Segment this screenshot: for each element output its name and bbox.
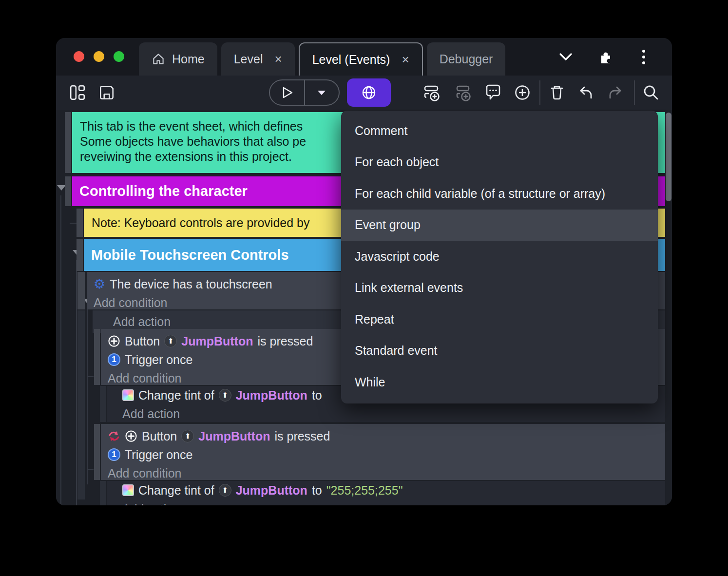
inverted-condition-icon bbox=[108, 430, 120, 442]
undo-icon[interactable] bbox=[576, 83, 596, 102]
close-tab-icon[interactable]: × bbox=[402, 53, 409, 66]
instance-name: JumpButton bbox=[181, 334, 253, 348]
tab-level-events[interactable]: Level (Events) × bbox=[299, 42, 423, 76]
action-margin-bar bbox=[100, 386, 106, 422]
title-bar: Home Level × Level (Events) × Debugger bbox=[56, 38, 672, 76]
preview-options-caret-icon[interactable] bbox=[305, 80, 339, 105]
tab-label: Level bbox=[234, 52, 263, 66]
group-title: Mobile Touchscreen Controls bbox=[91, 247, 289, 263]
toolbar-divider bbox=[634, 80, 635, 105]
condition-text: The device has a touchscreen bbox=[110, 277, 272, 291]
indent-guide bbox=[60, 195, 61, 505]
toolbar bbox=[56, 76, 672, 110]
tab-label: Debugger bbox=[440, 52, 493, 66]
indent-stub bbox=[87, 469, 94, 470]
trigger-once-icon: 1 bbox=[108, 448, 120, 461]
tab-label: Home bbox=[172, 52, 205, 66]
layout-view-icon[interactable] bbox=[68, 83, 87, 102]
comment-margin-bar bbox=[77, 209, 83, 237]
jumpbutton-sprite-icon: ⬆ bbox=[164, 335, 177, 347]
trigger-once-icon: 1 bbox=[108, 353, 120, 366]
menu-item-comment[interactable]: Comment bbox=[341, 115, 658, 147]
tab-level[interactable]: Level × bbox=[221, 42, 295, 76]
event-sheet: This tab is the event sheet, which defin… bbox=[56, 110, 672, 505]
add-condition-link[interactable]: Add condition bbox=[108, 464, 665, 480]
event-jumpbutton-pressed-2[interactable]: Button ⬆ JumpButton is pressed 1 Trigger… bbox=[101, 424, 665, 480]
menu-item-for-each-object[interactable]: For each object bbox=[341, 147, 658, 178]
condition-predicate: is pressed bbox=[274, 429, 330, 443]
add-subevent-icon[interactable] bbox=[453, 83, 473, 102]
tint-rainbow-icon bbox=[122, 389, 134, 401]
save-icon[interactable] bbox=[97, 83, 116, 102]
add-event-context-menu: Comment For each object For each child v… bbox=[341, 111, 658, 403]
condition-text: Trigger once bbox=[125, 353, 192, 367]
close-window-button[interactable] bbox=[74, 51, 84, 62]
jumpbutton-sprite-icon: ⬆ bbox=[219, 484, 231, 497]
add-event-icon[interactable] bbox=[422, 83, 442, 102]
instance-name: JumpButton bbox=[198, 429, 270, 443]
home-icon bbox=[152, 52, 165, 66]
tab-debugger[interactable]: Debugger bbox=[427, 42, 506, 76]
menu-item-link-external-events[interactable]: Link external events bbox=[341, 272, 658, 304]
redo-icon[interactable] bbox=[605, 83, 625, 102]
group-margin-bar bbox=[77, 310, 85, 499]
note-text: Note: Keyboard controls are provided by bbox=[92, 216, 309, 230]
button-object-icon bbox=[108, 335, 120, 347]
instance-name: JumpButton bbox=[236, 483, 307, 498]
addons-puzzle-icon[interactable] bbox=[596, 48, 613, 66]
add-action-link[interactable]: Add action bbox=[107, 499, 665, 505]
search-icon[interactable] bbox=[641, 83, 661, 102]
preview-browser-globe-button[interactable] bbox=[347, 78, 391, 107]
condition-text: Trigger once bbox=[125, 448, 192, 462]
indent-stub bbox=[70, 223, 77, 224]
event-2-actions: Change tint of ⬆ JumpButton to "255;255;… bbox=[107, 481, 665, 505]
tab-label: Level (Events) bbox=[312, 53, 390, 67]
event-margin-bar bbox=[94, 329, 100, 385]
indent-guide bbox=[76, 260, 77, 505]
condition-predicate: is pressed bbox=[257, 334, 313, 348]
jumpbutton-sprite-icon: ⬆ bbox=[181, 430, 194, 442]
group-title: Controlling the character bbox=[79, 183, 248, 199]
menu-item-event-group[interactable]: Event group bbox=[341, 210, 658, 241]
menu-item-standard-event[interactable]: Standard event bbox=[341, 335, 658, 367]
add-plus-circle-icon[interactable] bbox=[513, 83, 532, 102]
minimize-window-button[interactable] bbox=[94, 51, 104, 62]
tint-rainbow-icon bbox=[122, 484, 134, 496]
indent-stub bbox=[87, 376, 94, 377]
event-margin-bar bbox=[77, 272, 85, 309]
object-name: Button bbox=[125, 334, 160, 348]
group-margin-bar bbox=[77, 239, 83, 271]
menu-item-for-each-child-variable[interactable]: For each child variable (of a structure … bbox=[341, 178, 658, 210]
tab-strip: Home Level × Level (Events) × Debugger bbox=[139, 42, 509, 76]
window-controls bbox=[74, 51, 124, 62]
event-margin-bar bbox=[94, 424, 100, 480]
app-window: Home Level × Level (Events) × Debugger bbox=[56, 38, 672, 505]
menu-item-while[interactable]: While bbox=[341, 366, 658, 398]
tab-home[interactable]: Home bbox=[139, 42, 217, 76]
action-margin-bar bbox=[100, 481, 106, 505]
close-tab-icon[interactable]: × bbox=[274, 53, 282, 65]
menu-item-repeat[interactable]: Repeat bbox=[341, 304, 658, 335]
jumpbutton-sprite-icon: ⬆ bbox=[219, 389, 231, 402]
system-gear-icon: ⚙ bbox=[94, 278, 105, 291]
object-name: Button bbox=[142, 429, 177, 443]
preview-button-group bbox=[269, 79, 340, 106]
preview-play-button[interactable] bbox=[270, 80, 304, 105]
zoom-window-button[interactable] bbox=[114, 51, 124, 62]
indent-guide bbox=[87, 309, 88, 484]
toolbar-divider bbox=[539, 80, 540, 105]
vertical-scrollbar-thumb[interactable] bbox=[666, 113, 671, 201]
instance-name: JumpButton bbox=[236, 388, 307, 403]
add-action-link[interactable]: Add action bbox=[107, 404, 665, 422]
group-margin-bar bbox=[65, 176, 71, 206]
overflow-menu-dots-icon[interactable] bbox=[635, 48, 652, 66]
comment-margin-bar bbox=[65, 112, 71, 173]
menu-item-javascript-code[interactable]: Javascript code bbox=[341, 241, 658, 272]
button-object-icon bbox=[125, 430, 137, 442]
action-change-tint[interactable]: Change tint of ⬆ JumpButton to "255;255;… bbox=[107, 481, 665, 499]
add-comment-icon[interactable] bbox=[483, 83, 503, 102]
tab-list-chevron-down-icon[interactable] bbox=[557, 48, 575, 66]
delete-trash-icon[interactable] bbox=[547, 83, 567, 102]
tint-value: "255;255;255" bbox=[326, 483, 403, 498]
